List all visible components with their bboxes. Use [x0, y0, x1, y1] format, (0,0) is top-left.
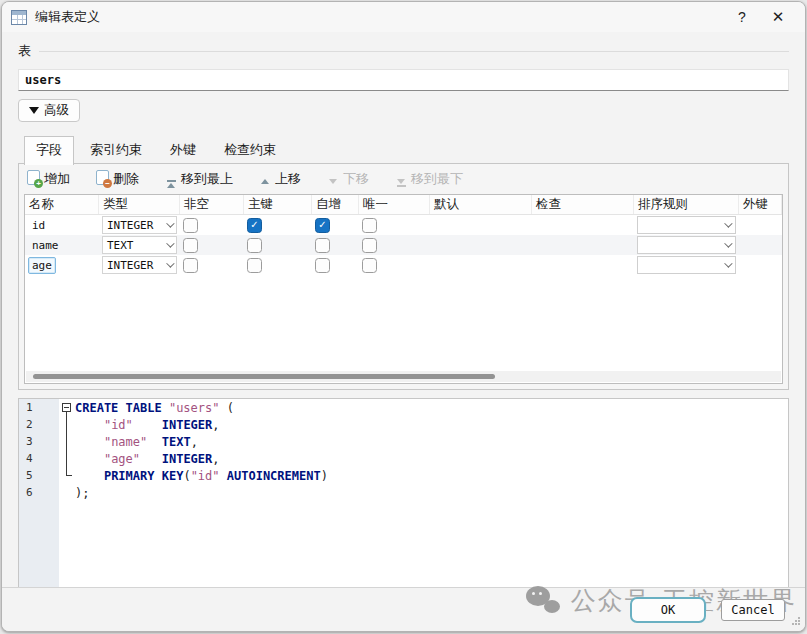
- title-bar[interactable]: 编辑表定义 ? ✕: [2, 2, 805, 32]
- not-null-checkbox[interactable]: [183, 258, 198, 273]
- resize-grip[interactable]: [791, 616, 801, 626]
- column-header[interactable]: 排序规则: [634, 195, 739, 214]
- sql-code: "name" TEXT,: [75, 435, 198, 449]
- auto-increment-checkbox[interactable]: [315, 238, 330, 253]
- sql-preview-editor[interactable]: 1 CREATE TABLE "users" ( 2 "id" INTEGER,…: [18, 398, 789, 601]
- collation-dropdown[interactable]: [634, 215, 739, 235]
- move-bottom-icon: [395, 172, 407, 187]
- field-type-dropdown[interactable]: TEXT: [99, 235, 180, 255]
- tab-fields[interactable]: 字段: [24, 136, 74, 165]
- advanced-toggle-button[interactable]: 高级: [18, 99, 80, 122]
- fields-toolbar: +增加−删除移到最上上移下移移到最下: [19, 164, 788, 194]
- foreign-key-cell[interactable]: [739, 215, 782, 235]
- wechat-icon: [526, 586, 562, 615]
- sql-code: "age" INTEGER,: [75, 452, 220, 466]
- check-cell[interactable]: [532, 255, 634, 275]
- check-cell[interactable]: [532, 235, 634, 255]
- column-header[interactable]: 默认: [430, 195, 532, 214]
- fields-grid: 名称类型非空主键自增唯一默认检查排序规则外键 id INTEGER name T…: [24, 194, 783, 384]
- field-name-cell[interactable]: id: [25, 215, 99, 235]
- line-number: 4: [19, 450, 59, 467]
- chevron-down-icon: [166, 239, 174, 247]
- toolbar-button-label: 移到最下: [411, 170, 463, 188]
- not-null-checkbox[interactable]: [183, 238, 198, 253]
- fold-marker: [59, 416, 75, 433]
- column-header[interactable]: 自增: [312, 195, 359, 214]
- toolbar-button-label: 删除: [113, 170, 139, 188]
- toolbar-button-label: 移到最上: [181, 170, 233, 188]
- move-down-icon: [327, 172, 339, 187]
- table-group-header: 表: [18, 42, 789, 60]
- check-cell[interactable]: [532, 215, 634, 235]
- horizontal-scrollbar[interactable]: [26, 371, 781, 382]
- chevron-down-icon: [724, 259, 732, 267]
- collation-dropdown[interactable]: [634, 235, 739, 255]
- dialog-title: 编辑表定义: [35, 8, 100, 26]
- line-number: 6: [19, 484, 59, 501]
- move-top-icon: [165, 170, 177, 188]
- default-value-cell[interactable]: [430, 255, 532, 275]
- help-button[interactable]: ?: [727, 9, 757, 25]
- default-value-cell[interactable]: [430, 235, 532, 255]
- field-name-cell[interactable]: name: [25, 235, 99, 255]
- sql-line: 4 "age" INTEGER,: [19, 450, 788, 467]
- primary-key-checkbox[interactable]: [247, 258, 262, 273]
- sql-line: 3 "name" TEXT,: [19, 433, 788, 450]
- tab-check-constraints[interactable]: 检查约束: [212, 136, 288, 164]
- fold-marker: [59, 484, 75, 501]
- primary-key-checkbox[interactable]: [247, 218, 262, 233]
- toolbar-move-up-button[interactable]: 上移: [259, 170, 301, 188]
- foreign-key-cell[interactable]: [739, 255, 782, 275]
- column-header[interactable]: 外键: [739, 195, 782, 214]
- toolbar-remove-button[interactable]: −删除: [96, 170, 139, 188]
- tab-foreign-keys[interactable]: 外键: [158, 136, 208, 164]
- toolbar-add-button[interactable]: +增加: [27, 170, 70, 188]
- unique-checkbox[interactable]: [362, 218, 377, 233]
- field-type-dropdown[interactable]: INTEGER: [99, 215, 180, 235]
- primary-key-checkbox[interactable]: [247, 238, 262, 253]
- edit-table-dialog: 编辑表定义 ? ✕ 表 高级 字段索引约束外键检查约束 +增加−删除移到最上上移…: [1, 1, 806, 632]
- ok-button[interactable]: OK: [630, 597, 706, 623]
- sql-code: );: [75, 486, 89, 500]
- sql-code: PRIMARY KEY("id" AUTOINCREMENT): [75, 469, 328, 483]
- field-name-cell[interactable]: age: [25, 255, 99, 275]
- auto-increment-checkbox[interactable]: [315, 218, 330, 233]
- cancel-button[interactable]: Cancel: [721, 599, 785, 621]
- table-name-input[interactable]: [18, 69, 789, 91]
- column-header[interactable]: 非空: [180, 195, 244, 214]
- table-row[interactable]: age INTEGER: [25, 255, 782, 275]
- fold-marker[interactable]: [59, 399, 75, 416]
- table-row[interactable]: name TEXT: [25, 235, 782, 255]
- auto-increment-checkbox[interactable]: [315, 258, 330, 273]
- scrollbar-thumb[interactable]: [33, 374, 495, 379]
- advanced-label: 高级: [44, 102, 69, 119]
- column-header[interactable]: 主键: [244, 195, 312, 214]
- toolbar-move-bottom-button: 移到最下: [395, 170, 463, 188]
- page-plus-icon: +: [27, 170, 40, 188]
- table-grid-icon: [11, 10, 27, 25]
- group-divider: [39, 51, 789, 52]
- line-number: 5: [19, 467, 59, 484]
- column-header[interactable]: 名称: [25, 195, 99, 214]
- unique-checkbox[interactable]: [362, 238, 377, 253]
- column-header[interactable]: 唯一: [359, 195, 430, 214]
- column-header[interactable]: 检查: [532, 195, 634, 214]
- dialog-content: 表 高级 字段索引约束外键检查约束 +增加−删除移到最上上移下移移到最下 名称类…: [2, 32, 805, 601]
- page-minus-icon: −: [96, 170, 109, 188]
- unique-checkbox[interactable]: [362, 258, 377, 273]
- column-header[interactable]: 类型: [99, 195, 180, 214]
- collation-dropdown[interactable]: [634, 255, 739, 275]
- toolbar-move-top-button[interactable]: 移到最上: [165, 170, 233, 188]
- toolbar-button-label: 下移: [343, 170, 369, 188]
- line-number: 3: [19, 433, 59, 450]
- close-button[interactable]: ✕: [763, 8, 793, 26]
- default-value-cell[interactable]: [430, 215, 532, 235]
- grid-header-row: 名称类型非空主键自增唯一默认检查排序规则外键: [25, 195, 782, 215]
- sql-code: CREATE TABLE "users" (: [75, 401, 234, 415]
- table-row[interactable]: id INTEGER: [25, 215, 782, 235]
- tab-index-constraints[interactable]: 索引约束: [78, 136, 154, 164]
- field-type-dropdown[interactable]: INTEGER: [99, 255, 180, 275]
- chevron-down-icon: [724, 219, 732, 227]
- foreign-key-cell[interactable]: [739, 235, 782, 255]
- not-null-checkbox[interactable]: [183, 218, 198, 233]
